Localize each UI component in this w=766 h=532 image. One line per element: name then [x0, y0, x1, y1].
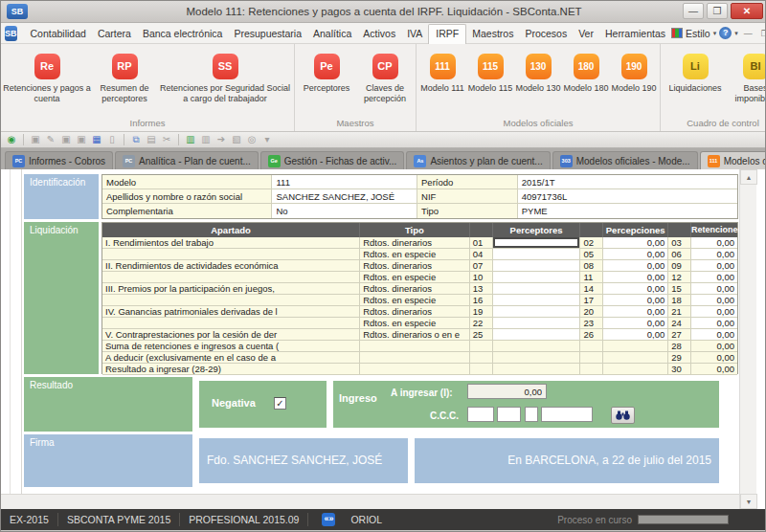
modelo-130-button[interactable]: 130 Modelo 130 [514, 48, 562, 94]
ccc-field-1[interactable] [467, 407, 494, 422]
menu-item-herramientas[interactable]: Herramientas [599, 25, 671, 42]
cell-perceptores[interactable] [493, 283, 581, 295]
cell-retenciones[interactable]: 0,00 [691, 283, 737, 295]
field-value-periodo[interactable]: 2015/1T [518, 175, 737, 189]
ccc-search-button[interactable] [611, 407, 635, 424]
tab-modelos-oficiales-111-active[interactable]: 111 Modelos oficiales - Mo... x [700, 151, 766, 169]
cell-retenciones[interactable]: 0,00 [691, 306, 737, 318]
ccc-field-4[interactable] [541, 407, 593, 422]
cell-percepciones[interactable]: 0,00 [603, 318, 668, 329]
modelo-190-button[interactable]: 190 Modelo 190 [610, 48, 658, 94]
window-maximize-button[interactable]: ❐ [707, 3, 728, 19]
cell-perceptores[interactable] [493, 249, 581, 260]
more-options-icon[interactable]: ▾ [260, 133, 274, 146]
cell-retenciones[interactable]: 0,00 [691, 318, 737, 329]
ccc-field-3[interactable] [525, 407, 538, 422]
cell-perceptores[interactable] [493, 329, 581, 341]
cell-retenciones[interactable]: 0,00 [691, 295, 737, 306]
cell-percepciones[interactable]: 0,00 [603, 272, 668, 283]
search-icon[interactable]: ◎ [245, 133, 259, 146]
cell-percepciones[interactable]: 0,00 [603, 283, 668, 295]
menu-item-irpf-active[interactable]: IRPF [428, 24, 466, 44]
menu-item-ver[interactable]: Ver [573, 25, 599, 42]
back-icon[interactable]: ◉ [5, 133, 18, 146]
print-preview-icon[interactable]: ▥ [199, 133, 213, 146]
liquidaciones-button[interactable]: Li Liquidaciones [663, 48, 728, 104]
delete-icon[interactable]: ▣ [59, 133, 73, 146]
cell-perceptores[interactable] [493, 272, 581, 283]
export-icon[interactable]: ➔ [214, 133, 228, 146]
estilo-menu[interactable]: Estilo [686, 28, 710, 39]
cell-percepciones[interactable]: 0,00 [603, 260, 668, 272]
cell-code: 21 [668, 306, 691, 318]
field-value-complementaria[interactable]: No [272, 204, 417, 218]
tab-modelos-oficiales-303[interactable]: 303 Modelos oficiales - Mode... [552, 151, 698, 169]
cell-retenciones[interactable]: 0,00 [691, 260, 737, 272]
field-value-nif[interactable]: 40971736L [518, 189, 737, 204]
negativa-checkbox[interactable]: ✓ [274, 397, 286, 410]
window-close-button[interactable]: ✕ [731, 3, 763, 19]
chevron-down-icon[interactable]: ▾ [734, 30, 738, 37]
cell-percepciones[interactable]: 0,00 [603, 249, 668, 260]
tab-gestion-fichas-de-activos[interactable]: Ge Gestión - Fichas de activ... [260, 151, 405, 169]
field-value-tipo[interactable]: PYME [518, 204, 737, 218]
print-icon[interactable]: ▥ [184, 133, 197, 146]
app-menu-button[interactable]: SB ▾ [5, 26, 17, 41]
cell-perceptores[interactable] [493, 295, 581, 306]
edit-icon[interactable]: ✎ [44, 133, 57, 146]
tab-informes-cobros[interactable]: PC Informes - Cobros [5, 151, 113, 169]
menu-item-procesos[interactable]: Procesos [519, 25, 573, 42]
save-icon[interactable]: ▦ [90, 133, 103, 146]
menu-item-contabilidad[interactable]: Contabilidad [25, 25, 92, 42]
modelo-111-button[interactable]: 111 Modelo 111 [418, 48, 466, 94]
cell-perceptores[interactable] [493, 318, 581, 329]
a-ingresar-input[interactable] [467, 384, 547, 399]
help-icon[interactable]: ? [719, 27, 732, 39]
cell-retenciones[interactable]: 0,00 [691, 237, 737, 249]
move-icon[interactable]: ▣ [75, 133, 88, 146]
retenciones-pagos-button[interactable]: Re Retenciones y pagos a cuenta [3, 48, 91, 104]
cell-percepciones[interactable]: 0,00 [603, 237, 668, 249]
open-folder-icon[interactable]: ▣ [29, 133, 42, 146]
claves-percepcion-button[interactable]: CP Claves de percepción [356, 48, 414, 104]
menu-item-banca-electronica[interactable]: Banca electrónica [137, 25, 228, 42]
cell-percepciones[interactable]: 0,00 [603, 306, 668, 318]
menu-item-cartera[interactable]: Cartera [92, 25, 137, 42]
cell-percepciones[interactable]: 0,00 [603, 329, 668, 341]
cell-perceptores-focused[interactable] [493, 237, 581, 249]
window-minimize-button[interactable]: — [683, 3, 704, 19]
menu-item-analitica[interactable]: Analítica [307, 25, 357, 42]
field-value-modelo[interactable]: 111 [272, 175, 417, 189]
scroll-down-icon[interactable]: ▼ [740, 494, 757, 509]
retenciones-seguridad-social-button[interactable]: SS Retenciones por Seguridad Social a ca… [158, 48, 292, 104]
resumen-perceptores-button[interactable]: RP Resumen de perceptores [91, 48, 158, 104]
menu-item-iva[interactable]: IVA [401, 25, 428, 42]
vertical-scrollbar[interactable]: ▲ ▼ [739, 169, 756, 509]
field-value-apellidos[interactable]: SANCHEZ SANCHEZ, JOSÉ [272, 189, 417, 204]
cell-retenciones[interactable]: 0,00 [691, 329, 737, 341]
tab-asientos-plan-de-cuentas[interactable]: As Asientos y plan de cuent... [406, 151, 550, 169]
modelo-115-button[interactable]: 115 Modelo 115 [466, 48, 514, 94]
modelo-180-button[interactable]: 180 Modelo 180 [562, 48, 610, 94]
cell-perceptores[interactable] [493, 260, 581, 272]
ccc-field-2[interactable] [497, 407, 521, 422]
cell-retenciones[interactable]: 0,00 [691, 249, 737, 260]
paste-icon[interactable]: ▤ [145, 133, 158, 146]
copy-icon[interactable]: ⧉ [129, 133, 143, 146]
chevron-down-icon[interactable]: ▾ [713, 30, 717, 37]
scroll-up-icon[interactable]: ▲ [740, 169, 757, 185]
cut-icon[interactable]: ✂ [160, 133, 173, 146]
cell-retenciones[interactable]: 0,00 [691, 272, 737, 283]
new-document-icon[interactable]: ▯ [105, 133, 119, 146]
menu-item-activos[interactable]: Activos [357, 25, 401, 42]
perceptores-button[interactable]: Pe Perceptores [297, 48, 356, 104]
grid-view-icon[interactable]: ▧ [230, 133, 243, 146]
cell-percepciones[interactable]: 0,00 [603, 295, 668, 306]
menu-item-presupuestaria[interactable]: Presupuestaria [228, 25, 307, 42]
tab-analitica-plan-de-cuentas[interactable]: PC Analítica - Plan de cuent... [115, 151, 259, 169]
pane-restore-icon[interactable]: ❐ [758, 29, 766, 38]
menu-item-maestros[interactable]: Maestros [466, 25, 519, 42]
bases-imponibles-button[interactable]: BI Bases imponibles [728, 48, 766, 104]
pane-minimize-icon[interactable]: — [741, 29, 755, 38]
cell-perceptores[interactable] [493, 306, 581, 318]
